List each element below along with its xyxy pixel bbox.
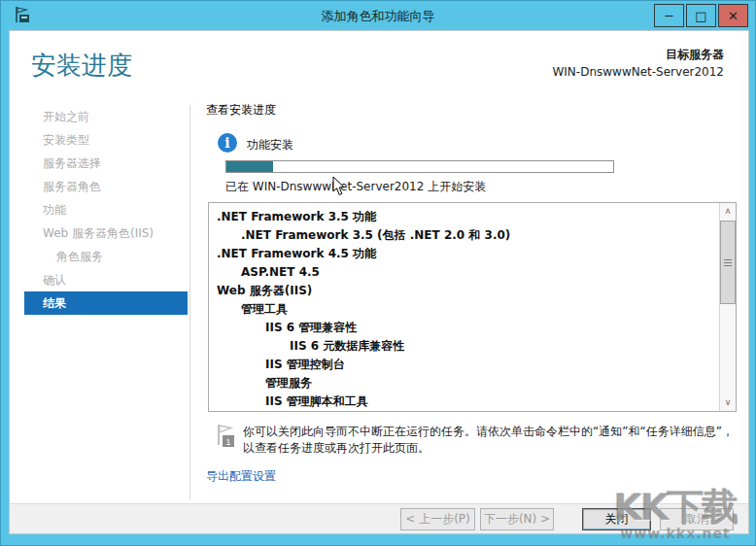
close-window-button[interactable]: ✕ bbox=[718, 4, 748, 27]
progress-bar bbox=[225, 160, 614, 173]
scroll-up-icon[interactable]: ∧ bbox=[720, 203, 736, 220]
titlebar: 添加角色和功能向导 ─ □ ✕ bbox=[1, 1, 755, 30]
section-title: 查看安装进度 bbox=[206, 102, 276, 119]
status-message: 已在 WIN-DnswwwNet-Server2012 上开始安装 bbox=[225, 179, 486, 195]
list-item: IIS 6 元数据库兼容性 bbox=[217, 337, 719, 356]
list-item: ASP.NET 4.5 bbox=[217, 263, 719, 282]
sidebar-divider bbox=[189, 105, 190, 500]
footer-bar: < 上一步(P) 下一步(N) > 关闭 取消 bbox=[10, 503, 748, 533]
list-item: 管理工具 bbox=[217, 300, 719, 319]
note-text: 你可以关闭此向导而不中断正在运行的任务。请依次单击命令栏中的“通知”和“任务详细… bbox=[243, 424, 735, 457]
next-button[interactable]: 下一步(N) > bbox=[480, 508, 554, 530]
progress-fill bbox=[226, 161, 273, 172]
install-items-inner: .NET Framework 3.5 功能 .NET Framework 3.5… bbox=[209, 203, 719, 411]
export-configuration-link[interactable]: 导出配置设置 bbox=[206, 468, 276, 485]
close-button[interactable]: 关闭 bbox=[582, 508, 651, 530]
page-title: 安装进度 bbox=[31, 49, 132, 83]
sidebar-item-results[interactable]: 结果 bbox=[24, 291, 188, 315]
scrollbar-grip-icon bbox=[724, 259, 732, 266]
status-heading: 功能安装 bbox=[247, 137, 293, 154]
window-title: 添加角色和功能向导 bbox=[1, 8, 755, 25]
wizard-dialog: 安装进度 目标服务器 WIN-DnswwwNet-Server2012 开始之前… bbox=[9, 30, 749, 534]
list-item: IIS 管理控制台 bbox=[217, 356, 719, 374]
list-item: .NET Framework 3.5 (包括 .NET 2.0 和 3.0) bbox=[217, 226, 719, 245]
cancel-button[interactable]: 取消 bbox=[660, 508, 734, 530]
minimize-button[interactable]: ─ bbox=[654, 4, 684, 27]
list-item: .NET Framework 4.5 功能 bbox=[217, 245, 719, 263]
previous-button[interactable]: < 上一步(P) bbox=[400, 508, 475, 530]
main-content: 查看安装进度 i 功能安装 已在 WIN-DnswwwNet-Server201… bbox=[204, 31, 744, 505]
scroll-down-icon[interactable]: ∨ bbox=[720, 394, 736, 411]
info-icon: i bbox=[218, 133, 237, 153]
sidebar-item-before-you-begin[interactable]: 开始之前 bbox=[10, 105, 189, 128]
sidebar-item-confirmation[interactable]: 确认 bbox=[10, 268, 189, 291]
sidebar-item-server-roles[interactable]: 服务器角色 bbox=[10, 175, 189, 198]
sidebar-item-installation-type[interactable]: 安装类型 bbox=[10, 128, 189, 152]
sidebar-item-web-server-role-iis[interactable]: Web 服务器角色(IIS) bbox=[10, 222, 189, 245]
list-item: IIS 管理脚本和工具 bbox=[217, 392, 719, 411]
wizard-steps-sidebar: 开始之前 安装类型 服务器选择 服务器角色 功能 Web 服务器角色(IIS) … bbox=[10, 105, 189, 315]
scrollbar-thumb[interactable] bbox=[720, 221, 736, 304]
list-item: Web 服务器(IIS) bbox=[217, 282, 719, 300]
sidebar-item-server-selection[interactable]: 服务器选择 bbox=[10, 152, 189, 175]
list-item: .NET Framework 3.5 功能 bbox=[217, 208, 719, 226]
flag-badge-count: 1 bbox=[225, 437, 230, 447]
sidebar-item-role-services[interactable]: 角色服务 bbox=[10, 245, 189, 268]
install-items-list[interactable]: .NET Framework 3.5 功能 .NET Framework 3.5… bbox=[208, 202, 737, 412]
sidebar-item-features[interactable]: 功能 bbox=[10, 198, 189, 222]
list-item: 管理服务 bbox=[217, 374, 719, 392]
list-item: IIS 6 管理兼容性 bbox=[217, 319, 719, 337]
mouse-cursor-icon bbox=[332, 177, 346, 197]
scrollbar[interactable]: ∧ ∨ bbox=[719, 203, 736, 411]
maximize-button[interactable]: □ bbox=[686, 4, 716, 27]
window: 添加角色和功能向导 ─ □ ✕ 安装进度 目标服务器 WIN-DnswwwNet… bbox=[0, 0, 756, 546]
notification-flag-icon: 1 bbox=[216, 424, 237, 449]
